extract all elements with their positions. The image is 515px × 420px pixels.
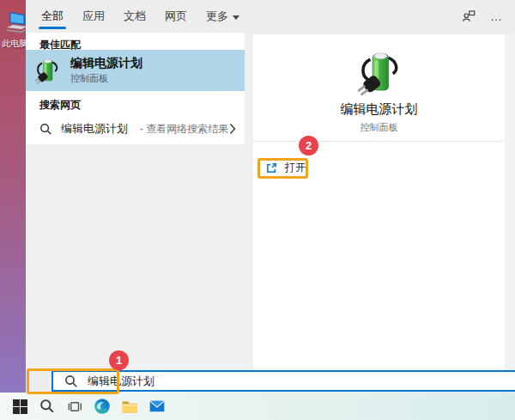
search-input[interactable]: 编辑电源计划 (52, 370, 515, 392)
start-button[interactable] (6, 393, 33, 420)
search-icon (39, 123, 52, 136)
windows-search-screen: 此电脑 全部 应用 文档 网页 更多 (0, 0, 515, 420)
desktop-wallpaper: 此电脑 (0, 0, 26, 393)
search-web-header: 搜索网页 (39, 98, 81, 113)
mail-button[interactable] (143, 393, 171, 420)
chevron-right-icon[interactable] (229, 123, 236, 135)
preview-divider (253, 141, 505, 142)
search-flyout: 全部 应用 文档 网页 更多 … (26, 0, 515, 393)
taskbar-search-button[interactable] (33, 393, 61, 420)
search-icon (39, 399, 55, 414)
best-match-subtitle: 控制面板 (70, 72, 142, 85)
file-explorer-icon (121, 398, 138, 415)
windows-logo-icon (13, 399, 27, 414)
chevron-down-icon (233, 15, 239, 20)
open-label: 打开 (285, 161, 306, 175)
open-action[interactable]: 打开 (265, 161, 306, 175)
feedback-icon[interactable] (461, 9, 476, 24)
web-search-query: 编辑电源计划 (61, 121, 128, 137)
web-search-hint: - 查看网络搜索结果 (140, 122, 228, 137)
open-icon (265, 161, 278, 174)
file-explorer-button[interactable] (116, 393, 143, 420)
search-input-value: 编辑电源计划 (88, 374, 154, 389)
web-search-result[interactable]: 编辑电源计划 - 查看网络搜索结果 (26, 115, 245, 143)
tab-web-label: 网页 (165, 9, 187, 24)
tab-more-label: 更多 (206, 9, 228, 24)
task-view-button[interactable] (61, 393, 88, 420)
tab-web[interactable]: 网页 (165, 0, 187, 33)
more-options-icon[interactable]: … (490, 12, 503, 21)
power-plan-icon (33, 57, 61, 84)
best-match-result[interactable]: 编辑电源计划 控制面板 (26, 50, 245, 91)
tab-documents[interactable]: 文档 (124, 0, 146, 33)
this-pc-icon[interactable] (4, 10, 27, 36)
tab-all-label: 全部 (41, 9, 64, 24)
results-panel-empty-area (26, 144, 245, 370)
preview-pane: 编辑电源计划 控制面板 打开 (253, 34, 505, 370)
search-filter-tabs: 全部 应用 文档 网页 更多 … (26, 0, 515, 33)
taskbar (0, 393, 515, 420)
tab-apps-label: 应用 (82, 9, 105, 24)
power-plan-icon-large (355, 48, 403, 96)
mail-icon (148, 398, 166, 415)
right-margin-strip (505, 33, 515, 370)
preview-title: 编辑电源计划 (253, 101, 505, 118)
tab-apps[interactable]: 应用 (82, 0, 105, 33)
taskbar-edge-button[interactable] (88, 393, 116, 420)
tab-all[interactable]: 全部 (41, 0, 64, 33)
edge-browser-icon (94, 398, 111, 415)
panel-divider-strip (245, 33, 253, 370)
tab-documents-label: 文档 (124, 9, 146, 24)
best-match-title: 编辑电源计划 (70, 56, 142, 70)
this-pc-label: 此电脑 (2, 38, 26, 50)
search-icon (64, 374, 78, 388)
task-view-icon (67, 399, 83, 415)
tab-more[interactable]: 更多 (206, 0, 239, 33)
preview-subtitle: 控制面板 (253, 121, 505, 134)
